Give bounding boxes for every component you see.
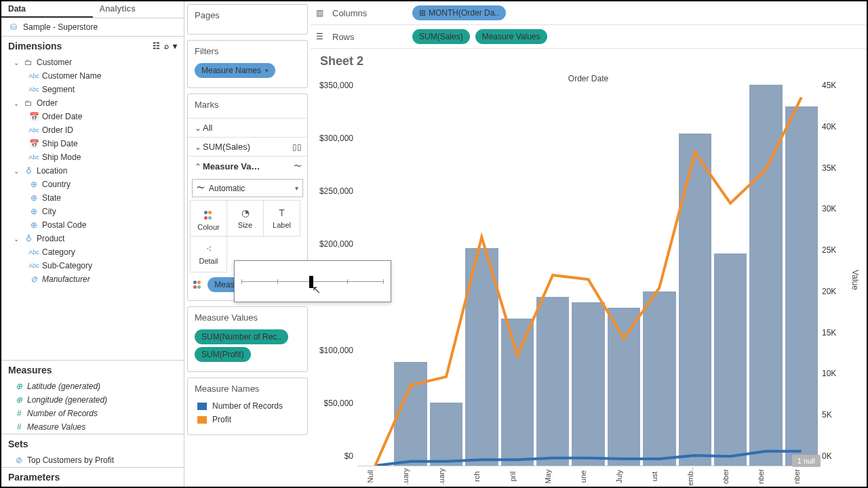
label-icon: T [279, 207, 285, 218]
line-profit[interactable] [375, 98, 802, 466]
list-view-icon[interactable]: ☷ [153, 41, 160, 51]
measure-values-shelf[interactable]: Measure Values SUM(Number of Rec.. SUM(P… [187, 306, 308, 372]
legend-swatch [197, 403, 207, 410]
legend-item-number-records[interactable]: Number of Records [195, 399, 300, 413]
chart-area[interactable]: $350,000$300,000$250,000$200,000$150,000… [311, 74, 867, 487]
x-tick[interactable]: Null [366, 460, 384, 488]
pill-measure-values[interactable]: Measure Values [475, 29, 547, 44]
rows-icon: ☰ [316, 32, 327, 41]
y-axis-right[interactable]: 45K40K35K30K25K20K15K10K5K0K [819, 74, 849, 485]
x-tick[interactable]: July [615, 460, 633, 488]
pill-sum-number-records[interactable]: SUM(Number of Rec.. [195, 329, 288, 344]
field-customer-name[interactable]: AbcCustomer Name [1, 69, 184, 83]
field-order-id[interactable]: AbcOrder ID [1, 123, 184, 137]
filters-shelf[interactable]: Filters Measure Names▾ [187, 40, 308, 88]
search-icon[interactable]: ⌕ [164, 41, 169, 51]
x-tick[interactable]: rch [473, 460, 490, 488]
field-longitude[interactable]: ⊕Longitude (generated) [1, 393, 184, 407]
x-tick[interactable]: .uary [402, 460, 420, 488]
columns-shelf[interactable]: ▥ Columns ⊞MONTH(Order Da.. [311, 1, 867, 25]
rows-shelf[interactable]: ☰ Rows SUM(Sales) Measure Values [311, 25, 867, 49]
folder-order[interactable]: ⌄🗀Order [1, 96, 184, 110]
legend-item-profit[interactable]: Profit [195, 413, 300, 426]
x-tick[interactable]: ust [650, 460, 668, 488]
datasource-icon: ⛁ [8, 22, 19, 32]
folder-product[interactable]: ⌄♁Product [1, 232, 184, 245]
folder-location[interactable]: ⌄♁Location [1, 164, 184, 178]
field-number-of-records[interactable]: #Number of Records [1, 407, 184, 420]
measures-list: ⊕Latitude (generated) ⊕Longitude (genera… [1, 380, 184, 434]
set-icon: ⊘ [14, 455, 24, 465]
marks-sum-sales[interactable]: ⌄SUM(Sales)▯▯ [188, 137, 307, 156]
field-state[interactable]: ⊕State [1, 191, 184, 205]
pill-month-order-date[interactable]: ⊞MONTH(Order Da.. [412, 5, 506, 20]
field-subcategory[interactable]: AbcSub-Category [1, 259, 184, 272]
sheet-title[interactable]: Sheet 2 [311, 49, 867, 74]
pages-shelf[interactable]: Pages [187, 4, 308, 35]
folder-customer[interactable]: ⌄🗀Customer [1, 56, 184, 69]
pill-sum-profit[interactable]: SUM(Profit) [195, 347, 251, 362]
folder-icon: 🗀 [23, 58, 34, 67]
x-tick[interactable]: emb.. [686, 460, 704, 488]
field-order-date[interactable]: 📅Order Date [1, 110, 184, 123]
colour-icon [193, 281, 203, 290]
date-icon: 📅 [28, 139, 39, 148]
field-measure-values[interactable]: #Measure Values [1, 420, 184, 434]
mark-type-dropdown[interactable]: 〜Automatic [192, 179, 303, 197]
chevron-down-icon: ⌄ [193, 123, 203, 133]
x-tick[interactable]: May [544, 460, 561, 488]
tab-analytics[interactable]: Analytics [93, 1, 184, 18]
x-tick[interactable]: nber [757, 460, 774, 488]
size-slider-handle[interactable] [309, 276, 313, 288]
pill-measure-names-filter[interactable]: Measure Names▾ [195, 63, 275, 78]
x-tick[interactable]: pril [509, 460, 526, 488]
x-tick[interactable]: ober [722, 460, 739, 488]
abc-icon: Abc [28, 154, 39, 161]
marks-measure-values[interactable]: ⌃Measure Va…〜 [188, 156, 307, 176]
mark-detail-button[interactable]: ⁖Detail [190, 236, 227, 272]
field-city[interactable]: ⊕City [1, 205, 184, 218]
plot-canvas[interactable]: 1 null [357, 85, 819, 466]
field-ship-date[interactable]: 📅Ship Date [1, 137, 184, 150]
y-axis-right-label: Value [849, 74, 861, 485]
set-top-customers[interactable]: ⊘Top Customers by Profit [1, 453, 184, 467]
mark-label-button[interactable]: TLabel [263, 200, 300, 237]
field-postal[interactable]: ⊕Postal Code [1, 218, 184, 232]
x-tick[interactable]: une [580, 460, 597, 488]
field-ship-mode[interactable]: AbcShip Mode [1, 150, 184, 164]
x-tick[interactable]: .uary [437, 460, 455, 488]
pill-sum-sales[interactable]: SUM(Sales) [412, 29, 470, 44]
set-icon: ⊘ [28, 274, 39, 284]
datasource-item[interactable]: ⛁ Sample - Superstore [1, 18, 184, 36]
tab-data[interactable]: Data [1, 1, 93, 18]
dimensions-header: Dimensions ☷ ⌕ ▾ [1, 36, 184, 56]
chevron-up-icon: ⌃ [193, 162, 203, 171]
measures-header: Measures [1, 360, 184, 380]
field-country[interactable]: ⊕Country [1, 178, 184, 191]
mark-size-button[interactable]: ◔Size [226, 200, 264, 237]
field-manufacturer[interactable]: ⊘Manufacturer [1, 272, 184, 286]
marks-all[interactable]: ⌄All [188, 118, 307, 137]
abc-icon: Abc [28, 127, 39, 134]
field-segment[interactable]: AbcSegment [1, 83, 184, 96]
line-icon: 〜 [197, 182, 205, 194]
size-slider-popup[interactable] [234, 260, 391, 302]
hash-icon: # [14, 409, 24, 418]
globe-icon: ⊕ [28, 180, 39, 189]
globe-icon: ⊕ [28, 207, 39, 216]
legend-swatch [197, 416, 207, 424]
abc-icon: Abc [28, 73, 39, 79]
view-panel: ▥ Columns ⊞MONTH(Order Da.. ☰ Rows SUM(S… [311, 1, 867, 487]
menu-icon[interactable]: ▾ [173, 41, 177, 51]
mark-colour-button[interactable]: Colour [190, 200, 227, 237]
abc-icon: Abc [28, 249, 39, 256]
date-icon: 📅 [28, 112, 39, 121]
measure-names-legend: Measure Names Number of Records Profit [187, 378, 308, 435]
field-category[interactable]: AbcCategory [1, 245, 184, 259]
data-panel: Data Analytics ⛁ Sample - Superstore Dim… [1, 1, 184, 487]
x-tick[interactable]: nber [793, 460, 810, 488]
x-axis[interactable]: Null.uary.uaryrchprilMayuneJulyustemb..o… [357, 466, 819, 485]
field-latitude[interactable]: ⊕Latitude (generated) [1, 380, 184, 393]
sets-header: Sets [1, 434, 184, 453]
globe-icon: ⊕ [14, 395, 24, 405]
